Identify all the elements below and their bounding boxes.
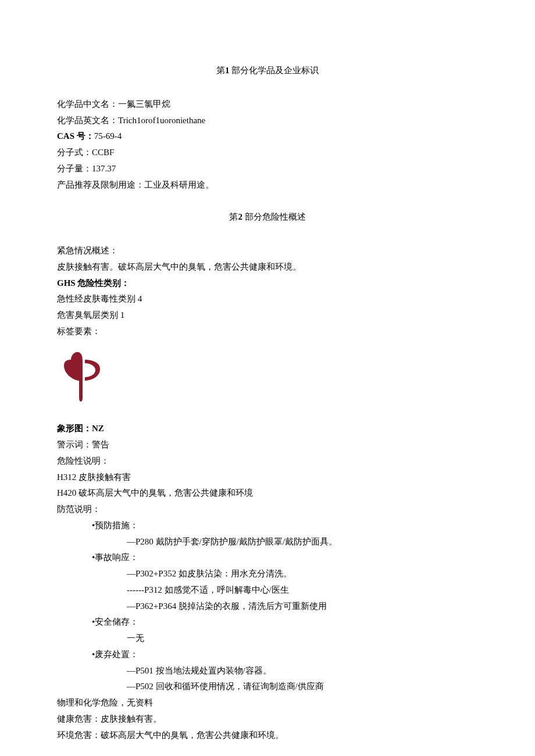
p501: —P501 按当地法规处置内装物/容器。 bbox=[57, 663, 478, 679]
pictogram-label: 象形图：NZ bbox=[57, 421, 478, 437]
signal-word: 警示词：警告 bbox=[57, 437, 478, 453]
p302-p352: —P302+P352 如皮肤沾染：用水充分清洗。 bbox=[57, 566, 478, 582]
pictogram-container bbox=[57, 345, 478, 420]
h420: H420 破坏高层大气中的臭氧，危害公共健康和环境 bbox=[57, 485, 478, 501]
health-hazard: 健康危害：皮肤接触有害。 bbox=[57, 711, 478, 728]
p312: ------P312 如感觉不适，呼叫解毒中心/医生 bbox=[57, 582, 478, 599]
recommended-use: 产品推荐及限制用途：工业及科研用途。 bbox=[57, 177, 478, 194]
ghs-line-1: 急性经皮肤毒性类别 4 bbox=[57, 291, 478, 307]
ghs-label: GHS 危险性类别： bbox=[57, 275, 478, 292]
label-elements: 标签要素： bbox=[57, 324, 478, 340]
p502: —P502 回收和循环使用情况，请征询制造商/供应商 bbox=[57, 679, 478, 695]
physchem-hazard: 物理和化学危险，无资料 bbox=[57, 695, 478, 711]
p280: —P280 戴防护手套/穿防护服/戴防护眼罩/戴防护面具。 bbox=[57, 534, 478, 550]
precaution-label: 防范说明： bbox=[57, 501, 478, 518]
storage-none: 一无 bbox=[57, 630, 478, 647]
prevention-label: •预防措施： bbox=[57, 518, 478, 534]
section-1-title: 第1 部分化学品及企业标识 bbox=[57, 63, 478, 79]
section-2-title: 第2 部分危险性概述 bbox=[57, 209, 478, 225]
disposal-label: •废弃处置： bbox=[57, 647, 478, 663]
ghs-line-2: 危害臭氧层类别 1 bbox=[57, 307, 478, 324]
name-en: 化学品英文名：Trich1orof1uoroniethane bbox=[57, 113, 478, 129]
env-hazard: 环境危害：破坏高层大气中的臭氧，危害公共健康和环境。 bbox=[57, 728, 478, 744]
name-zh: 化学品中文名：一氟三氯甲烷 bbox=[57, 96, 478, 113]
molecular-formula: 分子式：CCBF bbox=[57, 145, 478, 161]
p362-p364: —P362+P364 脱掉沾染的衣服，清洗后方可重新使用 bbox=[57, 599, 478, 615]
response-label: •事故响应： bbox=[57, 550, 478, 566]
storage-label: •安全储存： bbox=[57, 614, 478, 630]
emergency-label: 紧急情况概述： bbox=[57, 243, 478, 259]
pictogram-icon bbox=[57, 345, 109, 414]
h312: H312 皮肤接触有害 bbox=[57, 470, 478, 486]
cas-no: CAS 号：75-69-4 bbox=[57, 128, 478, 145]
hazard-label: 危险性说明： bbox=[57, 453, 478, 470]
emergency-text: 皮肤接触有害。破坏高层大气中的臭氧，危害公共健康和环境。 bbox=[57, 259, 478, 275]
molecular-weight: 分子量：137.37 bbox=[57, 161, 478, 177]
